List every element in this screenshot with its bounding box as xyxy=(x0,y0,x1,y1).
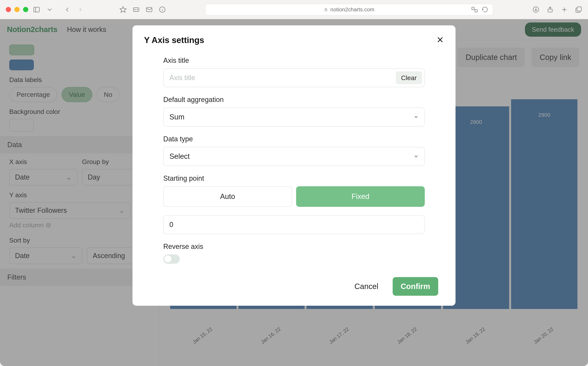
svg-point-5 xyxy=(137,9,138,10)
clear-button[interactable]: Clear xyxy=(396,71,422,84)
svg-rect-3 xyxy=(134,8,139,11)
mail-icon[interactable] xyxy=(146,6,153,13)
forward-icon[interactable] xyxy=(77,6,84,13)
reverse-axis-toggle[interactable] xyxy=(163,254,180,264)
starting-auto-button[interactable]: Auto xyxy=(163,186,292,207)
bookmark-icon[interactable] xyxy=(119,6,127,13)
new-tab-icon[interactable] xyxy=(561,6,568,13)
aggregation-value: Sum xyxy=(169,113,184,121)
window-maximize[interactable] xyxy=(23,7,28,12)
translate-icon[interactable] xyxy=(471,6,478,13)
window-minimize[interactable] xyxy=(14,7,20,12)
share-icon[interactable] xyxy=(547,6,554,13)
url-text: notion2charts.com xyxy=(330,7,374,13)
svg-point-4 xyxy=(135,9,135,10)
svg-rect-11 xyxy=(472,7,474,10)
cancel-button[interactable]: Cancel xyxy=(349,277,384,295)
axis-title-input[interactable] xyxy=(163,68,425,87)
svg-rect-19 xyxy=(577,7,581,11)
data-type-select[interactable]: Select xyxy=(163,147,425,166)
aggregation-select[interactable]: Sum xyxy=(163,107,425,127)
modal-title: Y Axis settings xyxy=(144,35,204,45)
lock-icon xyxy=(324,8,328,12)
privacy-icon[interactable] xyxy=(133,6,140,13)
svg-rect-12 xyxy=(475,10,477,12)
y-axis-settings-modal: Y Axis settings Axis title Clear Default… xyxy=(133,25,455,306)
confirm-button[interactable]: Confirm xyxy=(393,277,438,296)
sidebar-toggle-icon[interactable] xyxy=(33,6,40,13)
browser-toolbar: notion2charts.com xyxy=(0,0,588,19)
tabs-icon[interactable] xyxy=(575,6,582,13)
svg-rect-10 xyxy=(325,9,327,11)
axis-title-label: Axis title xyxy=(163,56,425,65)
back-icon[interactable] xyxy=(64,6,71,13)
downloads-icon[interactable] xyxy=(532,6,540,13)
address-bar[interactable]: notion2charts.com xyxy=(205,4,493,15)
reload-icon[interactable] xyxy=(481,6,489,13)
chevron-down-icon xyxy=(413,113,419,121)
starting-point-label: Starting point xyxy=(163,174,425,183)
window-close[interactable] xyxy=(6,7,11,12)
starting-fixed-button[interactable]: Fixed xyxy=(296,186,425,207)
data-type-value: Select xyxy=(169,152,190,160)
data-type-label: Data type xyxy=(163,135,425,143)
svg-rect-0 xyxy=(34,7,40,12)
traffic-lights xyxy=(6,7,28,12)
svg-marker-2 xyxy=(120,7,126,12)
close-button[interactable] xyxy=(436,36,444,44)
chevron-down-icon xyxy=(413,152,419,160)
chevron-down-icon[interactable] xyxy=(46,6,53,13)
aggregation-label: Default aggregation xyxy=(163,96,425,104)
starting-value-input[interactable] xyxy=(163,215,425,234)
info-icon[interactable] xyxy=(159,6,166,13)
reverse-axis-label: Reverse axis xyxy=(163,243,425,251)
close-icon xyxy=(436,36,444,44)
